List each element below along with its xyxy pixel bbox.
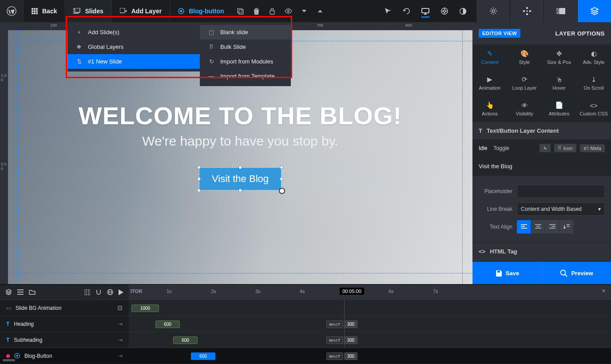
out-icon[interactable]: ⇥ [118,321,123,327]
duplicate-icon[interactable] [236,7,244,15]
timeline-tracks[interactable]: 1000 600 WAIT 300 600 WAIT 300 600 WAIT … [129,300,611,364]
play-icon[interactable] [119,289,123,295]
close-icon[interactable]: ✕ [602,288,606,294]
menu-import-modules[interactable]: ↻Import from Modules [200,54,291,69]
heading-layer[interactable]: WELCOME TO THE BLOG! [79,101,402,130]
section-layer-content[interactable]: T Text/Button Layer Content [472,122,611,139]
tab-animation[interactable]: ▶Animation [472,70,507,96]
list-icon[interactable] [17,289,24,295]
delete-icon[interactable] [252,7,260,15]
contrast-icon[interactable] [460,8,466,15]
wait-bar[interactable]: WAIT [326,320,343,328]
resize-handle[interactable] [280,177,283,181]
menu-bulk-slide[interactable]: ⠿Bulk Slide [200,40,291,54]
timeline-row-blog-button[interactable]: Blog-Button ⇥ [0,348,129,364]
align-right-button[interactable] [545,220,559,233]
subtab-toggle[interactable]: Toggle [493,145,509,151]
align-justify-button[interactable] [559,220,574,233]
menu-global-layers[interactable]: ❖Global Layers [67,40,200,54]
menu-slide-1[interactable]: ⇅#1 New Slide [67,54,200,69]
tab-hover[interactable]: 🖱Hover [542,70,576,96]
playhead-time[interactable]: 00:05:00 [340,288,364,295]
wait-bar[interactable]: WAIT [326,336,343,344]
resize-handle[interactable] [197,166,201,169]
timeline-row-heading[interactable]: T Heading ⇥ [0,316,129,332]
wait-bar[interactable]: WAIT [326,352,343,360]
image-small-icon[interactable]: 🖼 [117,305,123,311]
caret-down-icon[interactable] [300,7,308,15]
lock-icon[interactable] [268,7,276,15]
linebreak-select[interactable]: Content and Width Based▾ [517,202,605,216]
tab-attributes[interactable]: 📄Attributes [542,96,576,122]
preview-button[interactable]: Preview [542,262,611,284]
tab-style[interactable]: 🎨Style [507,44,542,70]
placeholder-input[interactable] [517,185,605,198]
out-icon[interactable]: ⇥ [118,353,123,359]
columns-icon[interactable] [84,289,90,295]
anim-bar[interactable]: 600 [173,336,198,344]
tab-layers[interactable] [577,0,611,22]
out-bar[interactable]: 300 [344,320,357,328]
tab-visibility[interactable]: 👁Visibility [507,96,542,122]
pointer-icon[interactable]: + [385,8,391,15]
tab-slide[interactable] [544,0,577,22]
blog-button[interactable]: Visit the Blog [199,167,282,190]
globe-icon[interactable] [107,289,113,295]
swap-icon[interactable]: ↳ [540,144,551,152]
folder-icon[interactable] [29,289,36,295]
timeline-ruler[interactable]: ITOR 1s 2s 3s 4s 00:05:00 6s 7s ✕ [129,285,611,300]
resize-handle[interactable] [197,177,201,181]
layer-text-editor[interactable]: Visit the Blog [472,157,611,176]
tab-custom-css[interactable]: <>Custom CSS [576,96,611,122]
button-layer-selection[interactable]: Visit the Blog [199,167,282,190]
out-bar[interactable]: 300 [344,336,357,344]
menu-add-slides[interactable]: +Add Slide(s) [67,25,200,40]
help-icon[interactable] [441,8,448,15]
icon-chip[interactable]: ⠿ Icon [554,144,576,152]
visibility-icon[interactable] [284,7,292,15]
timeline-row-subheading[interactable]: T Subheading ⇥ [0,332,129,348]
resize-handle[interactable] [197,189,201,192]
desktop-icon[interactable] [421,8,429,18]
out-bar[interactable]: 300 [344,352,357,360]
undo-icon[interactable] [403,8,410,15]
resize-handle[interactable] [238,189,242,192]
resize-handle[interactable] [280,166,283,169]
layers-icon[interactable] [5,289,12,296]
tab-navigation[interactable] [510,0,544,22]
text-icon: T [6,321,9,327]
editor-view-badge[interactable]: EDITOR VIEW [479,29,520,38]
anim-bar[interactable]: 600 [155,320,180,328]
layer-text-value: Visit the Blog [479,163,605,170]
wordpress-logo[interactable] [0,0,23,22]
tab-adv-style[interactable]: ◐Adv. Style [576,44,611,70]
timeline-row-bg[interactable]: ▭ Slide BG Animation 🖼 [0,300,129,316]
add-layer-button[interactable]: Add Layer [112,0,170,22]
tab-scroll[interactable]: ⤓On Scroll [576,70,611,96]
scrollbar-thumb[interactable] [3,359,15,361]
slides-button[interactable]: Slides [65,0,111,22]
tab-loop[interactable]: ⟳Loop Layer [507,70,542,96]
section-html-tag[interactable]: <> HTML Tag [472,242,611,260]
meta-chip[interactable]: 🏷 Meta [580,144,605,152]
tab-settings[interactable] [476,0,510,22]
menu-import-template[interactable]: ▬Import from Template [200,69,291,83]
align-center-button[interactable] [531,220,545,233]
resize-handle[interactable] [238,166,242,169]
menu-blank-slide[interactable]: ▢Blank slide [200,25,291,40]
caret-up-icon[interactable] [316,7,324,15]
rotate-handle[interactable] [279,188,285,194]
anim-bar[interactable]: 1000 [131,305,159,312]
save-button[interactable]: Save [472,262,542,284]
out-icon[interactable]: ⇥ [118,337,123,343]
align-left-button[interactable] [517,220,531,233]
snap-icon[interactable] [95,289,102,295]
tab-actions[interactable]: 👆Actions [472,96,507,122]
subtab-idle[interactable]: Idle [479,145,487,151]
tab-content[interactable]: ✎Content [472,44,507,70]
subheading-layer[interactable]: We're happy to have you stop by. [142,134,338,149]
back-button[interactable]: Back [24,0,65,22]
current-layer-button[interactable]: Blog-button [170,0,232,22]
anim-bar[interactable]: 600 [191,352,215,360]
tab-size-pos[interactable]: ✥Size & Pos [542,44,576,70]
